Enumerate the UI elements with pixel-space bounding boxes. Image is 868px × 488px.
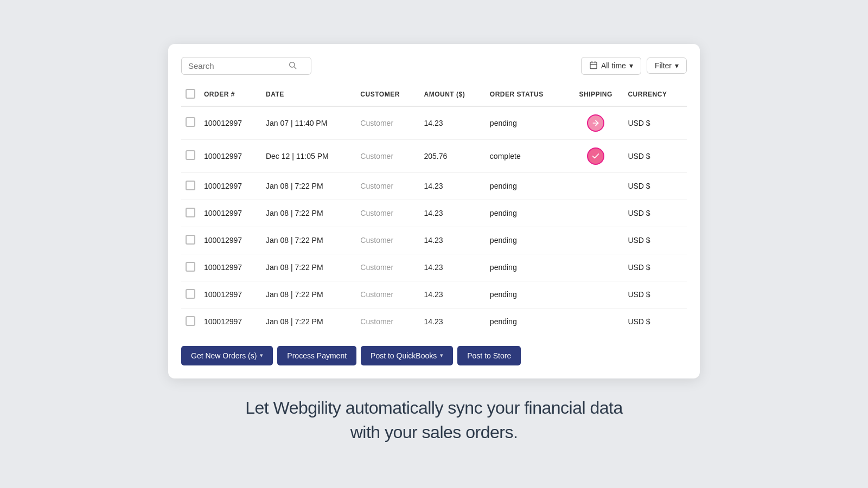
toolbar: All time ▾ Filter ▾	[181, 57, 687, 75]
row-checkbox[interactable]	[186, 117, 195, 127]
toolbar-right: All time ▾ Filter ▾	[581, 57, 687, 75]
row-order-num: 100012997	[200, 172, 261, 200]
row-currency: USD $	[623, 308, 687, 335]
filter-chevron-icon: ▾	[675, 61, 679, 70]
col-header-customer: CUSTOMER	[356, 84, 419, 106]
row-currency: USD $	[623, 200, 687, 227]
row-date: Jan 08 | 7:22 PM	[261, 254, 356, 281]
orders-card: All time ▾ Filter ▾ ORDER # DATE CUSTOME…	[168, 44, 700, 378]
bottom-toolbar: Get New Orders (s) ▾ Process Payment Pos…	[181, 346, 687, 365]
select-all-checkbox[interactable]	[186, 89, 195, 99]
row-customer: Customer	[356, 200, 419, 227]
row-order-status: pending	[486, 281, 568, 308]
row-amount: 14.23	[419, 308, 485, 335]
row-checkbox-cell	[181, 172, 200, 200]
row-customer: Customer	[356, 281, 419, 308]
tagline-line2: with your sales orders.	[245, 420, 623, 445]
search-icon	[288, 61, 297, 71]
get-new-orders-label: Get New Orders (s)	[191, 351, 257, 360]
row-order-status: complete	[486, 139, 568, 172]
row-checkbox-cell	[181, 254, 200, 281]
row-checkbox[interactable]	[186, 181, 195, 190]
row-checkbox-cell	[181, 139, 200, 172]
row-date: Jan 08 | 7:22 PM	[261, 281, 356, 308]
get-new-orders-button[interactable]: Get New Orders (s) ▾	[181, 346, 273, 365]
col-header-date: DATE	[261, 84, 356, 106]
row-date: Jan 08 | 7:22 PM	[261, 172, 356, 200]
col-header-order-status: ORDER STATUS	[486, 84, 568, 106]
tagline-line1: Let Webgility automatically sync your fi…	[245, 396, 623, 420]
row-customer: Customer	[356, 139, 419, 172]
row-checkbox-cell	[181, 281, 200, 308]
row-currency: USD $	[623, 106, 687, 140]
table-row: 100012997Jan 08 | 7:22 PMCustomer14.23pe…	[181, 281, 687, 308]
post-to-quickbooks-dropdown-icon: ▾	[440, 352, 443, 359]
row-shipping	[568, 254, 623, 281]
row-checkbox[interactable]	[186, 208, 195, 217]
row-customer: Customer	[356, 227, 419, 254]
row-amount: 205.76	[419, 139, 485, 172]
row-amount: 14.23	[419, 254, 485, 281]
table-row: 100012997Jan 08 | 7:22 PMCustomer14.23pe…	[181, 308, 687, 335]
svg-line-1	[294, 67, 296, 69]
row-customer: Customer	[356, 172, 419, 200]
row-date: Jan 07 | 11:40 PM	[261, 106, 356, 140]
row-order-num: 100012997	[200, 254, 261, 281]
chevron-down-icon: ▾	[629, 61, 633, 70]
row-amount: 14.23	[419, 106, 485, 140]
row-checkbox-cell	[181, 308, 200, 335]
row-shipping	[568, 227, 623, 254]
table-row: 100012997Jan 08 | 7:22 PMCustomer14.23pe…	[181, 200, 687, 227]
col-header-shipping: SHIPPING	[568, 84, 623, 106]
orders-table: ORDER # DATE CUSTOMER AMOUNT ($) ORDER S…	[181, 84, 687, 335]
search-box[interactable]	[181, 57, 311, 75]
row-checkbox-cell	[181, 200, 200, 227]
row-checkbox[interactable]	[186, 235, 195, 245]
row-order-num: 100012997	[200, 281, 261, 308]
shipping-check-icon	[587, 147, 604, 165]
row-date: Jan 08 | 7:22 PM	[261, 227, 356, 254]
row-order-status: pending	[486, 106, 568, 140]
row-shipping	[568, 139, 623, 172]
all-time-button[interactable]: All time ▾	[581, 57, 641, 75]
row-amount: 14.23	[419, 227, 485, 254]
row-date: Jan 08 | 7:22 PM	[261, 308, 356, 335]
row-shipping	[568, 106, 623, 140]
row-order-num: 100012997	[200, 308, 261, 335]
post-to-store-label: Post to Store	[467, 351, 511, 360]
filter-label: Filter	[655, 61, 672, 70]
row-currency: USD $	[623, 227, 687, 254]
process-payment-label: Process Payment	[287, 351, 347, 360]
row-amount: 14.23	[419, 281, 485, 308]
search-input[interactable]	[188, 61, 286, 70]
all-time-label: All time	[601, 61, 626, 70]
col-header-checkbox	[181, 84, 200, 106]
process-payment-button[interactable]: Process Payment	[277, 346, 356, 365]
row-order-status: pending	[486, 254, 568, 281]
row-checkbox[interactable]	[186, 150, 195, 160]
row-order-status: pending	[486, 200, 568, 227]
row-amount: 14.23	[419, 172, 485, 200]
row-shipping	[568, 308, 623, 335]
post-to-quickbooks-button[interactable]: Post to QuickBooks ▾	[361, 346, 453, 365]
get-new-orders-dropdown-icon: ▾	[260, 352, 263, 359]
row-customer: Customer	[356, 106, 419, 140]
row-checkbox[interactable]	[186, 262, 195, 272]
filter-button[interactable]: Filter ▾	[647, 57, 687, 74]
tagline: Let Webgility automatically sync your fi…	[245, 396, 623, 445]
row-order-num: 100012997	[200, 227, 261, 254]
row-currency: USD $	[623, 139, 687, 172]
row-currency: USD $	[623, 281, 687, 308]
table-row: 100012997Jan 08 | 7:22 PMCustomer14.23pe…	[181, 172, 687, 200]
row-checkbox-cell	[181, 227, 200, 254]
row-checkbox[interactable]	[186, 316, 195, 326]
shipping-arrow-icon	[587, 114, 604, 132]
col-header-amount: AMOUNT ($)	[419, 84, 485, 106]
post-to-store-button[interactable]: Post to Store	[457, 346, 521, 365]
calendar-icon	[589, 61, 598, 71]
row-shipping	[568, 172, 623, 200]
row-customer: Customer	[356, 308, 419, 335]
col-header-currency: CURRENCY	[623, 84, 687, 106]
row-checkbox[interactable]	[186, 289, 195, 299]
row-order-num: 100012997	[200, 200, 261, 227]
